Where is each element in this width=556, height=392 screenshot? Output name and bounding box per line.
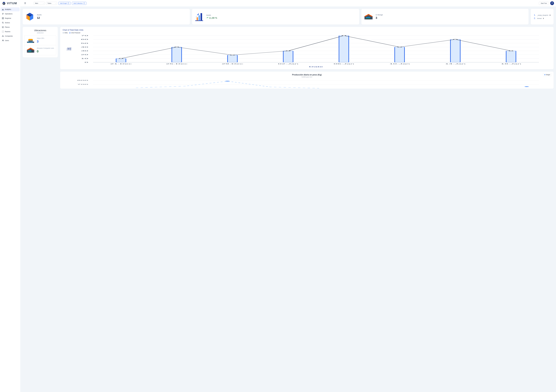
lot-icon <box>26 37 35 43</box>
plus-circle-icon: + <box>68 2 69 4</box>
svg-rect-83 <box>506 51 516 62</box>
select-main-value: Main <box>35 2 38 4</box>
svg-point-87 <box>231 55 234 55</box>
svg-point-92 <box>509 50 513 51</box>
location-name: Almacen Comparte Leon <box>37 47 54 49</box>
add-graph-label: Add Graph <box>60 2 67 4</box>
chart2-legend[interactable]: Weight <box>543 73 552 76</box>
org-icon <box>2 35 4 37</box>
svg-rect-51 <box>31 50 31 51</box>
sidebar-item-rastreo[interactable]: Rastreo <box>1 30 20 34</box>
chart-bar-icon <box>2 8 4 10</box>
select-main[interactable]: Main ⌄ <box>34 2 45 5</box>
growth-chart-icon <box>194 12 204 22</box>
sidebar-item-label: Registrar <box>5 17 11 19</box>
trend-up-icon <box>206 17 208 19</box>
blueprint-icon <box>2 26 4 28</box>
menu-icon: ☰ <box>24 2 26 4</box>
svg-text:21-Dec: 21-Dec <box>110 63 132 64</box>
sidebar-item-planos[interactable]: Planos <box>1 25 20 29</box>
svg-point-86 <box>175 47 178 47</box>
sidebar-item-companies[interactable]: Companies <box>1 34 20 38</box>
svg-text:0: 0 <box>85 62 88 63</box>
svg-text:10: 10 <box>81 58 88 59</box>
svg-text:10-Jan: 10-Jan <box>389 63 410 64</box>
chart-plot-area[interactable]: 01020304050607021-Dec25-Dec29-Dec02-Jan0… <box>63 34 551 68</box>
svg-rect-52 <box>28 52 32 52</box>
svg-rect-79 <box>395 47 405 62</box>
logo[interactable]: VITUM <box>2 1 22 5</box>
location-item[interactable]: Vitum OPs 3 <box>24 35 56 45</box>
add-graph-button[interactable]: Add Graph + <box>59 2 71 5</box>
svg-rect-36 <box>367 17 368 18</box>
svg-text:02-Jan: 02-Jan <box>278 63 298 64</box>
svg-rect-50 <box>29 50 30 51</box>
svg-rect-69 <box>116 59 126 62</box>
svg-point-88 <box>286 50 290 51</box>
stat-card-assets: Assets 12 <box>23 9 190 24</box>
legend-delta[interactable]: Delta <box>63 32 68 34</box>
chart2-plot-area[interactable]: 800700 <box>63 79 551 89</box>
svg-point-85 <box>119 58 123 59</box>
sidebar-item-activos[interactable]: Activos <box>1 21 20 25</box>
svg-point-21 <box>2 40 3 40</box>
svg-rect-35 <box>366 17 367 18</box>
sidebar-item-label: Activos <box>5 22 10 24</box>
svg-rect-6 <box>3 9 3 10</box>
stat-value: 3 <box>376 16 383 19</box>
svg-rect-29 <box>197 17 198 20</box>
svg-rect-73 <box>228 55 237 62</box>
chart-daily-units: Chart of Total Daily Units Delta Units P… <box>60 27 554 69</box>
svg-text:18-Jan: 18-Jan <box>501 63 521 64</box>
svg-rect-5 <box>2 9 3 10</box>
svg-rect-28 <box>195 20 203 21</box>
svg-text:25-Dec: 25-Dec <box>166 63 188 64</box>
svg-point-91 <box>454 39 457 40</box>
rank-row: 2. Animal: 3 <box>534 17 550 19</box>
user-avatar[interactable] <box>550 1 554 5</box>
stat-label: In Storage <box>376 14 383 16</box>
grid-icon <box>2 17 4 19</box>
stat-label: Assets <box>206 14 217 16</box>
svg-text:30: 30 <box>81 50 88 52</box>
svg-text:14-Jan: 14-Jan <box>445 63 466 64</box>
sidebar-item-users[interactable]: Users <box>1 39 20 42</box>
sidebar-item-operations[interactable]: Operations <box>1 12 20 16</box>
location-item[interactable]: Almacen Comparte Leon 0 <box>24 45 56 55</box>
svg-point-18 <box>3 35 3 36</box>
rank-number: 1. <box>534 14 536 16</box>
svg-rect-12 <box>2 18 3 19</box>
svg-rect-7 <box>3 9 4 10</box>
svg-point-14 <box>2 22 3 23</box>
users-icon <box>2 39 4 41</box>
menu-toggle-button[interactable]: ☰ <box>23 1 27 5</box>
svg-point-100 <box>225 81 230 81</box>
svg-marker-9 <box>2 13 3 15</box>
sidebar-item-analytics[interactable]: Analytics <box>1 7 20 11</box>
rank-value: 9 <box>550 14 550 16</box>
warehouse-icon <box>26 47 35 53</box>
tag-icon <box>2 22 4 24</box>
legend-dot-icon <box>69 32 70 33</box>
svg-rect-71 <box>172 47 182 62</box>
select-filter[interactable]: Todos ⌄ <box>46 2 57 5</box>
warehouse-icon <box>364 12 373 22</box>
svg-rect-8 <box>2 10 4 10</box>
legend-units-produced[interactable]: Units Produced <box>69 32 80 34</box>
stat-card-storage: In Storage 3 <box>361 9 529 24</box>
ubicaciones-title: Ubicaciones <box>24 29 56 32</box>
start-tour-button[interactable]: Start Tour <box>539 2 549 5</box>
svg-text:20: 20 <box>81 54 88 55</box>
svg-text:70: 70 <box>81 35 88 36</box>
topbar: VITUM ☰ Main ⌄ Todos ⌄ Add Graph + Add C… <box>0 0 556 7</box>
sidebar-item-registrar[interactable]: Registrar <box>1 16 20 20</box>
svg-point-45 <box>31 42 33 42</box>
add-collection-button[interactable]: Add Collection + <box>72 2 86 5</box>
svg-rect-38 <box>370 17 370 18</box>
svg-rect-31 <box>201 13 202 20</box>
svg-point-101 <box>525 86 529 87</box>
svg-text:60: 60 <box>81 39 88 40</box>
legend-dot-icon <box>63 32 64 33</box>
sidebar: Analytics Operations Registrar Activos P… <box>0 7 20 392</box>
stat-label: Assets <box>37 14 42 16</box>
